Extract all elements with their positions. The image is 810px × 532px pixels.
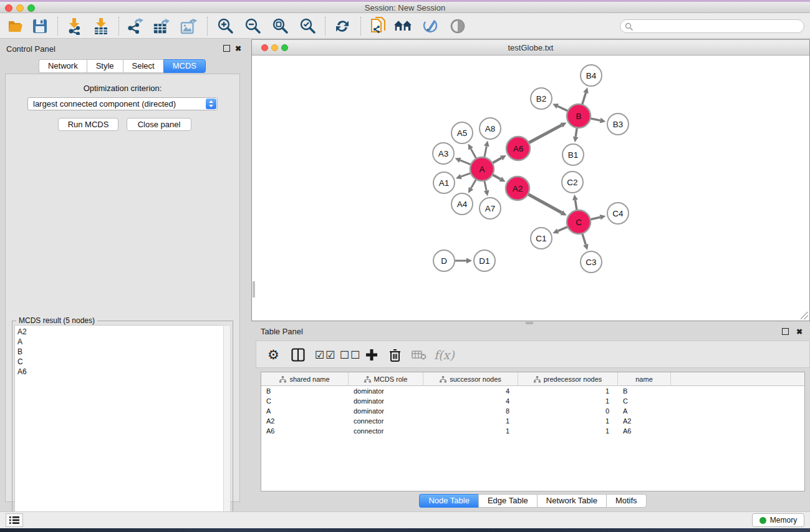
graph-edge[interactable] — [528, 125, 562, 143]
table-cell[interactable]: 4 — [423, 386, 518, 396]
table-cell[interactable]: 1 — [518, 426, 618, 436]
close-panel-button[interactable]: Close panel — [127, 118, 191, 131]
table-cell[interactable]: B — [618, 386, 671, 396]
column-header-shared-name[interactable]: shared name — [261, 372, 349, 386]
table-row[interactable]: A6connector11A6 — [261, 426, 804, 436]
table-cell[interactable]: 1 — [423, 416, 518, 426]
mcds-result-item[interactable]: A6 — [17, 367, 223, 377]
table-row[interactable]: Adominator80A — [261, 406, 804, 416]
table-row[interactable]: A2connector11A2 — [261, 416, 804, 426]
graph-edge[interactable] — [492, 175, 501, 180]
graph-edge[interactable] — [460, 160, 471, 165]
tab-style[interactable]: Style — [87, 59, 123, 73]
column-header-predecessor-nodes[interactable]: predecessor nodes — [518, 372, 618, 386]
table-cell[interactable]: A2 — [618, 416, 671, 426]
zoom-selected-icon[interactable] — [299, 17, 316, 35]
column-header-mcds-role[interactable]: MCDS role — [349, 372, 423, 386]
run-mcds-button[interactable]: Run MCDS — [58, 118, 118, 131]
graph-edge[interactable] — [582, 93, 586, 105]
graph-edge[interactable] — [582, 233, 586, 244]
graph-edge[interactable] — [557, 106, 568, 111]
node-table[interactable]: shared name MCDS role successor nodes pr… — [261, 372, 805, 491]
close-panel-icon[interactable]: ✖ — [235, 46, 241, 52]
task-history-button[interactable] — [6, 513, 23, 527]
table-cell[interactable]: dominator — [349, 406, 423, 416]
graph-edge[interactable] — [528, 194, 562, 213]
zoom-out-icon[interactable] — [244, 17, 261, 35]
split-columns-icon[interactable] — [291, 346, 305, 364]
settings-gear-icon[interactable]: ⚙ — [268, 346, 279, 364]
graph-edge[interactable] — [485, 146, 487, 158]
table-cell[interactable]: 1 — [518, 386, 618, 396]
table-cell[interactable]: 1 — [518, 396, 618, 406]
graph-edge[interactable] — [461, 173, 471, 177]
table-cell[interactable]: A2 — [261, 416, 349, 426]
column-header-successor-nodes[interactable]: successor nodes — [423, 372, 518, 386]
tab-select[interactable]: Select — [123, 59, 163, 73]
zoom-fit-icon[interactable] — [271, 17, 289, 35]
table-cell[interactable]: C — [618, 396, 671, 406]
import-table-icon[interactable] — [92, 17, 110, 35]
tab-node-table[interactable]: Node Table — [419, 494, 478, 508]
table-cell[interactable]: A6 — [261, 426, 349, 436]
table-cell[interactable]: 8 — [423, 406, 518, 416]
zoom-in-icon[interactable] — [216, 17, 234, 35]
graph-edge[interactable] — [590, 217, 600, 220]
refresh-icon[interactable] — [334, 17, 351, 35]
table-cell[interactable]: connector — [349, 416, 423, 426]
open-session-icon[interactable] — [7, 17, 25, 35]
mcds-result-item[interactable]: C — [17, 357, 223, 367]
float-panel-icon[interactable] — [223, 45, 230, 52]
export-table-icon[interactable] — [153, 17, 170, 35]
mcds-result-item[interactable]: A — [17, 337, 223, 347]
table-cell[interactable]: dominator — [349, 386, 423, 396]
table-cell[interactable]: 1 — [423, 426, 518, 436]
deselect-all-unchecked-icon[interactable]: ☐☐ — [340, 346, 361, 364]
window-resize-grip[interactable] — [801, 312, 808, 319]
save-session-icon[interactable] — [31, 17, 49, 35]
home-icon[interactable] — [394, 17, 412, 35]
mcds-result-item[interactable]: A2 — [17, 327, 223, 337]
tab-network[interactable]: Network — [39, 59, 87, 73]
table-cell[interactable]: A6 — [618, 426, 671, 436]
tab-network-table[interactable]: Network Table — [537, 494, 606, 508]
table-cell[interactable]: 0 — [518, 406, 618, 416]
search-input[interactable] — [635, 21, 800, 32]
canvas-vertical-scrollmark[interactable] — [253, 281, 255, 297]
graph-edge[interactable] — [590, 118, 600, 121]
export-image-icon[interactable] — [180, 17, 198, 35]
table-cell[interactable]: C — [261, 396, 349, 406]
tab-motifs[interactable]: Motifs — [606, 494, 647, 508]
mcds-result-list[interactable]: A2ABCA6 — [14, 325, 224, 528]
table-cell[interactable]: 4 — [423, 396, 518, 406]
table-cell[interactable]: 1 — [518, 416, 618, 426]
table-row[interactable]: Bdominator41B — [261, 386, 804, 396]
float-panel-icon[interactable] — [782, 328, 789, 335]
graph-edge[interactable] — [471, 179, 476, 188]
table-cell[interactable]: connector — [349, 426, 423, 436]
graph-edge[interactable] — [485, 180, 487, 191]
graph-edge[interactable] — [576, 127, 577, 137]
close-panel-icon[interactable]: ✖ — [796, 329, 803, 336]
optimization-criterion-dropdown[interactable]: largest connected component (directed) — [27, 97, 218, 110]
export-network-icon[interactable] — [127, 17, 144, 35]
table-row[interactable]: Cdominator41C — [261, 396, 804, 406]
hide-network-icon[interactable] — [422, 17, 439, 35]
select-all-checked-icon[interactable]: ☑☑ — [315, 346, 336, 364]
mcds-result-item[interactable]: B — [17, 347, 223, 357]
search-field[interactable] — [620, 19, 804, 33]
result-list-scrollbar[interactable] — [223, 325, 231, 528]
show-network-icon[interactable] — [449, 17, 466, 35]
table-cell[interactable]: A — [261, 406, 349, 416]
memory-button[interactable]: Memory — [752, 513, 804, 527]
network-canvas[interactable]: AA1A3A5A8A4A7A6A2BB2B4B3B1CC2C4C1C3DD1 — [253, 56, 809, 321]
delete-column-trash-icon[interactable] — [389, 346, 401, 364]
graph-edge[interactable] — [471, 148, 476, 159]
tab-mcds[interactable]: MCDS — [163, 59, 206, 73]
import-network-icon[interactable] — [65, 17, 83, 35]
column-header-name[interactable]: name — [618, 372, 671, 386]
clone-network-icon[interactable] — [369, 17, 387, 35]
table-cell[interactable]: B — [261, 386, 349, 396]
graph-edge[interactable] — [558, 226, 569, 231]
table-cell[interactable]: dominator — [349, 396, 423, 406]
